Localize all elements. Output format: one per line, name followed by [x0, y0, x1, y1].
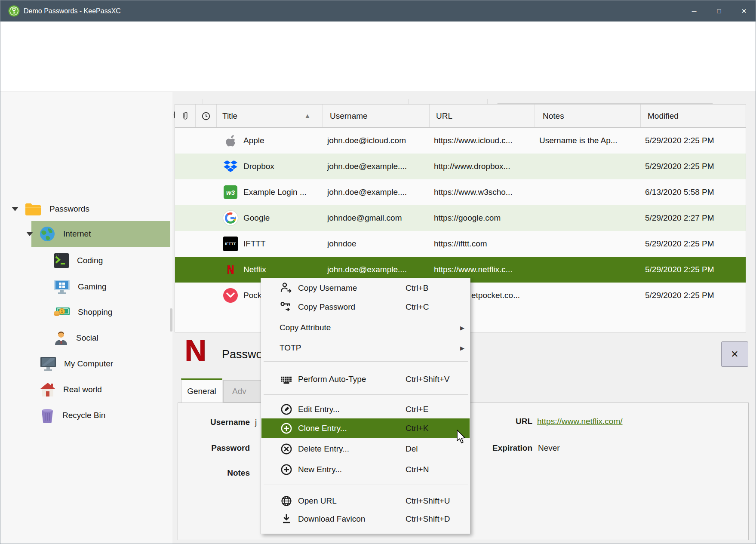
- cell-title: IFTTT: [243, 231, 321, 257]
- cell-title: Dropbox: [243, 154, 321, 179]
- group-tree-sidebar: Passwords Internet Coding Gaming: [0, 92, 172, 544]
- menu-item-label: Download Favicon: [298, 514, 365, 524]
- cell-modified: 5/29/2020 2:25 PM: [645, 257, 744, 283]
- cell-url: https://www.icloud.c...: [434, 128, 534, 154]
- dropbox-favicon: [223, 159, 238, 174]
- cell-title: Apple: [243, 128, 321, 154]
- menu-item-label: Copy Username: [298, 283, 357, 293]
- menu-item-edit-entry[interactable]: Edit Entry... Ctrl+E: [261, 400, 470, 419]
- expand-arrow-icon[interactable]: [26, 232, 33, 236]
- mouse-cursor: [456, 430, 467, 444]
- submenu-arrow-icon: ▶: [460, 345, 464, 351]
- menu-item-download-favicon[interactable]: Download Favicon Ctrl+Shift+D: [261, 510, 470, 529]
- tab-advanced-label: Adv: [232, 387, 246, 396]
- sidebar-item-social[interactable]: Social: [53, 325, 98, 351]
- header-expiry[interactable]: [196, 104, 217, 127]
- plus-circle-icon: [280, 463, 293, 476]
- menu-item-label: Open URL: [298, 496, 337, 506]
- pocket-favicon: [223, 288, 238, 303]
- menu-item-delete-entry[interactable]: Delete Entry... Del: [261, 440, 470, 458]
- menu-item-perform-autotype[interactable]: Perform Auto-Type Ctrl+Shift+V: [261, 370, 470, 389]
- header-url[interactable]: URL: [430, 104, 535, 127]
- cell-modified: 5/29/2020 2:27 PM: [645, 205, 744, 231]
- menu-item-label: Perform Auto-Type: [298, 375, 366, 384]
- header-username-label: Username: [330, 111, 368, 121]
- sidebar-item-real-world[interactable]: Real world: [40, 377, 102, 403]
- preview-close-button[interactable]: ✕: [721, 341, 748, 367]
- tab-general[interactable]: General: [181, 378, 222, 403]
- preview-title: Passwo: [222, 348, 263, 361]
- cell-title: Example Login ...: [243, 179, 323, 205]
- menu-item-new-entry[interactable]: New Entry... Ctrl+N: [261, 460, 470, 479]
- keepassxc-window: { "window": { "title": "Demo Passwords -…: [0, 0, 756, 544]
- window-controls: ─ □ ✕: [682, 0, 756, 22]
- cell-username: john.doe@example....: [327, 179, 428, 205]
- menu-item-totp[interactable]: TOTP ▶: [261, 338, 470, 357]
- table-row-example-login[interactable]: w3 Example Login ... john.doe@example...…: [175, 179, 746, 205]
- menu-item-clone-entry[interactable]: Clone Entry... Ctrl+K: [261, 418, 470, 438]
- menu-item-shortcut: Ctrl+N: [406, 465, 429, 474]
- sidebar-item-label: My Computer: [64, 359, 113, 369]
- trash-icon: [40, 407, 55, 424]
- sidebar-item-my-computer[interactable]: My Computer: [40, 351, 113, 377]
- cell-modified: 5/29/2020 2:25 PM: [645, 128, 744, 154]
- sidebar-item-internet[interactable]: Internet: [0, 221, 91, 247]
- header-title[interactable]: Title ▲: [217, 104, 323, 127]
- w3schools-favicon: w3: [223, 185, 238, 200]
- minimize-button[interactable]: ─: [682, 0, 707, 22]
- maximize-button[interactable]: □: [707, 0, 731, 22]
- folder-icon: [25, 202, 42, 216]
- table-row-google[interactable]: Google johndoe@gmail.com https://google.…: [175, 205, 746, 231]
- header-notes[interactable]: Notes: [535, 104, 641, 127]
- svg-text:w3: w3: [226, 189, 235, 196]
- menu-item-label: New Entry...: [298, 465, 342, 474]
- sidebar-scrollbar[interactable]: [170, 308, 172, 332]
- sidebar-item-label: Social: [76, 333, 98, 343]
- menu-item-shortcut: Ctrl+Shift+V: [406, 375, 449, 384]
- money-icon: 1: [53, 305, 71, 320]
- cell-notes: Username is the Ap...: [539, 128, 640, 154]
- menu-item-shortcut: Ctrl+Shift+D: [406, 514, 450, 524]
- menu-item-shortcut: Del: [406, 444, 418, 454]
- globe-icon: [280, 494, 293, 508]
- table-row-dropbox[interactable]: Dropbox john.doe@example.... http://www.…: [175, 154, 746, 179]
- menu-item-shortcut: Ctrl+E: [406, 405, 428, 414]
- sort-ascending-icon[interactable]: ▲: [304, 112, 311, 120]
- menu-item-label: Delete Entry...: [298, 444, 349, 454]
- sidebar-item-label: Internet: [63, 229, 91, 239]
- menu-item-copy-attribute[interactable]: Copy Attribute ▶: [261, 318, 470, 337]
- table-row-ifttt[interactable]: IFTTT IFTTT johndoe https://ifttt.com 5/…: [175, 231, 746, 257]
- sidebar-item-passwords[interactable]: Passwords: [0, 196, 89, 222]
- menu-separator: [264, 394, 468, 395]
- svg-text:1: 1: [61, 309, 63, 314]
- menu-item-copy-password[interactable]: Copy Password Ctrl+C: [261, 298, 470, 317]
- header-url-label: URL: [436, 111, 452, 121]
- url-link[interactable]: https://www.netflix.com/: [537, 417, 623, 426]
- sidebar-item-label: Coding: [77, 256, 103, 265]
- sidebar-item-gaming[interactable]: Gaming: [53, 274, 107, 300]
- x-circle-icon: [280, 442, 293, 456]
- cell-username: johndoe@gmail.com: [327, 205, 428, 231]
- sidebar-item-recycle-bin[interactable]: Recycle Bin: [40, 403, 105, 428]
- expand-arrow-icon[interactable]: [12, 207, 18, 211]
- sidebar-item-coding[interactable]: Coding: [53, 248, 103, 274]
- menu-item-copy-username[interactable]: Copy Username Ctrl+B: [261, 279, 470, 298]
- plus-circle-icon: [280, 421, 293, 435]
- keepassxc-logo-icon: [8, 5, 20, 17]
- expiration-field-label: Expiration: [464, 443, 532, 453]
- header-modified[interactable]: Modified: [641, 104, 746, 127]
- preview-entry-icon: N: [184, 336, 204, 371]
- sidebar-item-shopping[interactable]: 1 Shopping: [53, 299, 112, 325]
- header-attachment[interactable]: [175, 104, 196, 127]
- cell-title: Google: [243, 205, 321, 231]
- username-field-value: j: [255, 418, 257, 427]
- menu-item-open-url[interactable]: Open URL Ctrl+Shift+U: [261, 492, 470, 510]
- table-row-apple[interactable]: Apple john.doe@icloud.com https://www.ic…: [175, 128, 746, 154]
- cell-username: john.doe@icloud.com: [327, 128, 428, 154]
- ifttt-favicon: IFTTT: [223, 237, 238, 251]
- close-icon: ✕: [731, 349, 738, 360]
- netflix-logo-icon: N: [184, 334, 206, 368]
- header-username[interactable]: Username: [323, 104, 430, 127]
- close-button[interactable]: ✕: [731, 0, 756, 22]
- menu-bar: Database Entries Groups Tools View Help: [0, 22, 756, 47]
